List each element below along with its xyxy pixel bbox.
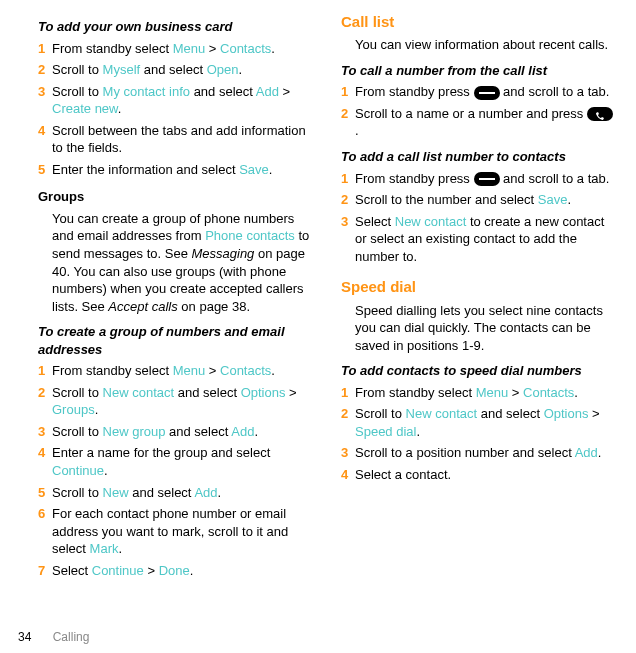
text: and scroll to a tab. (500, 84, 610, 99)
text: Scroll to (355, 406, 406, 421)
text: . (567, 192, 571, 207)
text: For each contact phone number or email a… (52, 506, 288, 556)
menu-ref: New contact (103, 385, 175, 400)
footer: 34 Calling (18, 629, 89, 645)
menu-ref: Done (159, 563, 190, 578)
menu-ref: New group (103, 424, 166, 439)
text: Scroll to (52, 485, 103, 500)
heading: To add your own business card (38, 18, 313, 36)
text: . (218, 485, 222, 500)
step-num: 2 (38, 61, 45, 79)
step-num: 3 (341, 444, 348, 462)
step-num: 1 (38, 362, 45, 380)
text: and select (174, 385, 241, 400)
list-item: 3Scroll to My contact info and select Ad… (38, 83, 313, 118)
left-column: To add your own business card 1From stan… (0, 0, 327, 583)
menu-ref: Options (241, 385, 286, 400)
list-item: 5Scroll to New and select Add. (38, 484, 313, 502)
section-heading: Call list (341, 12, 616, 32)
text: Select (52, 563, 92, 578)
text: . (574, 385, 578, 400)
list-item: 6For each contact phone number or email … (38, 505, 313, 558)
list: 1From standby select Menu > Contacts. 2S… (38, 362, 313, 579)
text: and select (165, 424, 231, 439)
list: 1From standby press and scroll to a tab.… (341, 170, 616, 266)
heading: To create a group of numbers and email a… (38, 323, 313, 358)
menu-ref: New contact (395, 214, 467, 229)
list-item: 1From standby press and scroll to a tab. (341, 83, 616, 101)
step-num: 2 (38, 384, 45, 402)
text: Scroll between the tabs and add informat… (52, 123, 306, 156)
text: . (416, 424, 420, 439)
text: . (271, 41, 275, 56)
paragraph: You can create a group of phone numbers … (38, 210, 313, 315)
menu-ref: Add (194, 485, 217, 500)
call-key-icon (474, 172, 500, 186)
step-num: 2 (341, 191, 348, 209)
text: Scroll to (52, 84, 103, 99)
list-item: 7Select Continue > Done. (38, 562, 313, 580)
list: 1From standby select Menu > Contacts. 2S… (38, 40, 313, 179)
list-item: 1From standby select Menu > Contacts. (38, 362, 313, 380)
reference: Messaging (191, 246, 254, 261)
text: From standby press (355, 84, 474, 99)
step-num: 4 (38, 122, 45, 140)
text: Scroll to a name or a number and press (355, 106, 587, 121)
step-num: 1 (341, 384, 348, 402)
step-num: 3 (38, 423, 45, 441)
call-key-icon (474, 86, 500, 100)
menu-ref: Contacts (523, 385, 574, 400)
list-item: 3Scroll to a position number and select … (341, 444, 616, 462)
step-num: 2 (341, 405, 348, 423)
text: From standby press (355, 171, 474, 186)
list-item: 2Scroll to New contact and select Option… (341, 405, 616, 440)
list-item: 5Enter the information and select Save. (38, 161, 313, 179)
step-num: 5 (38, 161, 45, 179)
menu-ref: Menu (173, 363, 206, 378)
menu-ref: Add (575, 445, 598, 460)
menu-ref: Groups (52, 402, 95, 417)
text: and select (140, 62, 207, 77)
menu-ref: Open (207, 62, 239, 77)
page: To add your own business card 1From stan… (0, 0, 636, 583)
text: . (238, 62, 242, 77)
text: and select (190, 84, 256, 99)
text: > (205, 41, 220, 56)
menu-ref: Contacts (220, 363, 271, 378)
text: Enter the information and select (52, 162, 239, 177)
list-item: 4Scroll between the tabs and add informa… (38, 122, 313, 157)
step-num: 7 (38, 562, 45, 580)
menu-ref: New contact (406, 406, 478, 421)
step-num: 6 (38, 505, 45, 523)
text: > (205, 363, 220, 378)
text: . (118, 101, 122, 116)
text: > (285, 385, 296, 400)
list-item: 1From standby press and scroll to a tab. (341, 170, 616, 188)
step-num: 2 (341, 105, 348, 123)
list-item: 3Scroll to New group and select Add. (38, 423, 313, 441)
heading: Groups (38, 188, 313, 206)
menu-ref: Save (239, 162, 269, 177)
list-item: 1From standby select Menu > Contacts. (341, 384, 616, 402)
text: Select a contact. (355, 467, 451, 482)
text: Select (355, 214, 395, 229)
menu-ref: Phone contacts (205, 228, 295, 243)
text: Scroll to (52, 424, 103, 439)
list: 1From standby select Menu > Contacts. 2S… (341, 384, 616, 484)
menu-ref: Speed dial (355, 424, 416, 439)
list-item: 1From standby select Menu > Contacts. (38, 40, 313, 58)
text: Scroll to (52, 385, 103, 400)
text: > (508, 385, 523, 400)
menu-ref: Options (544, 406, 589, 421)
page-number: 34 (18, 630, 31, 644)
text: > (144, 563, 159, 578)
list-item: 2Scroll to the number and select Save. (341, 191, 616, 209)
list: 1From standby press and scroll to a tab.… (341, 83, 616, 140)
text: . (190, 563, 194, 578)
step-num: 4 (341, 466, 348, 484)
text: and scroll to a tab. (500, 171, 610, 186)
step-num: 5 (38, 484, 45, 502)
list-item: 2Scroll to New contact and select Option… (38, 384, 313, 419)
step-num: 1 (341, 83, 348, 101)
text: and select (477, 406, 544, 421)
